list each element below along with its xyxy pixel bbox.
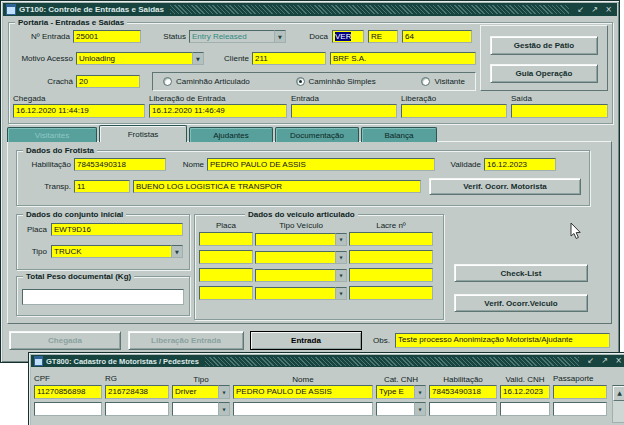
cliente-nome-field[interactable]: BRF S.A. (330, 52, 476, 65)
nome-field[interactable]: PEDRO PAULO DE ASSIS (233, 385, 373, 399)
gestao-de-patio-button[interactable]: Gestão de Pátio (490, 36, 598, 55)
scroll-up-icon[interactable]: ▲ (613, 386, 624, 401)
minimize-icon[interactable]: ↙ (575, 5, 586, 15)
gt800-window-title: GT800: Cadastro de Motoristas / Pedestre… (46, 357, 199, 366)
placa-cell[interactable] (199, 250, 253, 264)
frotistas-tab-panel: Dados do Frotista Habilitação 7845349031… (7, 141, 612, 324)
verif-ocorr-veiculo-button[interactable]: Verif. Ocorr.Veiculo (454, 294, 588, 312)
nome-field[interactable] (233, 402, 373, 416)
lacre-cell[interactable] (349, 286, 433, 300)
chegada-button[interactable]: Chegada (9, 331, 121, 350)
status-label: Status (152, 30, 186, 43)
lacre-cell[interactable] (349, 250, 433, 264)
cat-cnh-combo[interactable]: ▼ (376, 402, 426, 416)
tab-bar: Visitantes Frotistas Ajudantes Documenta… (7, 125, 437, 142)
saida-datetime-field[interactable] (511, 104, 608, 118)
passaporte-field[interactable] (553, 402, 607, 416)
motivo-acesso-combo[interactable]: Unloading ▼ (76, 52, 204, 65)
cpf-field[interactable] (34, 402, 102, 416)
cracha-field[interactable]: 20 (76, 75, 140, 88)
col-valid-cnh-header: Valid. CNH (500, 375, 550, 384)
cpf-field[interactable]: 11270856898 (34, 385, 102, 399)
transp-nome-field[interactable]: BUENO LOG LOGISTICA E TRANSPOR (133, 180, 421, 193)
doca-field-2[interactable]: RE (368, 30, 398, 43)
placa-cell[interactable] (199, 268, 253, 282)
chevron-down-icon: ▼ (218, 402, 230, 416)
chegada-label: Chegada (13, 92, 145, 105)
doca-field-3[interactable]: 64 (402, 30, 472, 43)
dados-frotista-group: Dados do Frotista Habilitação 7845349031… (16, 150, 590, 206)
col-nome-header: Nome (233, 375, 373, 384)
minimize-icon[interactable]: ↙ (585, 356, 596, 366)
radio-caminhao-articulado[interactable]: Caminhão Articulado (163, 77, 250, 86)
cliente-code-field[interactable]: 211 (252, 52, 326, 65)
tipo-veiculo-cell[interactable]: ▼ (255, 269, 347, 282)
valid-cnh-field[interactable] (500, 402, 550, 416)
obs-field[interactable]: Teste processo Anonimização Motorista/Aj… (395, 333, 610, 348)
gt800-titlebar[interactable]: GT800: Cadastro de Motoristas / Pedestre… (31, 355, 624, 367)
radio-icon (163, 77, 172, 86)
entrada-button[interactable]: Entrada (250, 331, 362, 350)
check-list-button[interactable]: Check-List (454, 264, 588, 282)
col-tipo-header: Tipo (172, 375, 230, 384)
liberacao-entrada-datetime-field[interactable]: 16.12.2020 11:46:49 (149, 104, 287, 118)
guia-operacao-button[interactable]: Guia Operação (490, 64, 598, 83)
num-entrada-field[interactable]: 25001 (73, 30, 141, 43)
tipo-veiculo-cell[interactable]: ▼ (255, 233, 347, 246)
placa-label: Placa (21, 223, 47, 236)
doca-field-1[interactable]: VER (332, 30, 364, 43)
entrada-datetime-field[interactable] (291, 104, 397, 118)
gt100-titlebar[interactable]: GT100: Controle de Entradas e Saidas ↙ ↗… (3, 3, 617, 16)
lacre-cell[interactable] (349, 232, 433, 246)
tab-visitantes[interactable]: Visitantes (7, 127, 97, 142)
rg-field[interactable]: 216728438 (105, 385, 169, 399)
cracha-label: Crachá (14, 75, 73, 88)
articulado-row: ▼ (199, 250, 437, 264)
gt800-scrollbar[interactable]: ▲ (612, 385, 624, 423)
tab-ajudantes[interactable]: Ajudantes (189, 127, 273, 142)
restore-icon[interactable]: ↗ (599, 356, 610, 366)
tipo-combo[interactable]: TRUCK ▼ (51, 245, 183, 258)
close-icon[interactable]: × (613, 356, 624, 366)
verif-ocorr-motorista-button[interactable]: Verif. Ocorr. Motorista (429, 178, 581, 195)
tab-frotistas[interactable]: Frotistas (99, 125, 187, 142)
col-lacre-header: Lacre nº (349, 221, 433, 230)
tab-balanca[interactable]: Balança (361, 127, 437, 142)
nome-field[interactable]: PEDRO PAULO DE ASSIS (207, 158, 435, 171)
tab-documentacao[interactable]: Documentação (275, 127, 359, 142)
restore-icon[interactable]: ↗ (589, 5, 600, 15)
liberacao-entrada-button[interactable]: Liberação Entrada (128, 331, 244, 350)
radio-icon (421, 77, 430, 86)
tipo-veiculo-cell[interactable]: ▼ (255, 251, 347, 264)
peso-field[interactable] (22, 289, 184, 305)
nome-label: Nome (174, 158, 204, 171)
habilitacao-field[interactable]: 78453490318 (74, 158, 166, 171)
placa-cell[interactable] (199, 286, 253, 300)
cat-cnh-combo[interactable]: Type E▼ (376, 385, 426, 399)
transp-code-field[interactable]: 11 (74, 180, 130, 193)
passaporte-field[interactable] (553, 385, 607, 399)
radio-visitante[interactable]: Visitante (421, 77, 465, 86)
rg-field[interactable] (105, 402, 169, 416)
tipo-veiculo-cell[interactable]: ▼ (255, 287, 347, 300)
close-icon[interactable]: × (603, 5, 614, 15)
liberacao-datetime-field[interactable] (401, 104, 507, 118)
chegada-datetime-field[interactable]: 16.12.2020 11:44:19 (13, 104, 145, 118)
habilitacao-field[interactable] (429, 402, 497, 416)
valid-cnh-field[interactable]: 16.12.2023 (500, 385, 550, 399)
tipo-combo[interactable]: Driver▼ (172, 385, 230, 399)
mouse-cursor (570, 222, 582, 240)
tipo-combo[interactable]: ▼ (172, 402, 230, 416)
chevron-down-icon: ▼ (335, 233, 347, 246)
placa-field[interactable]: EWT9D16 (51, 223, 183, 236)
placa-cell[interactable] (199, 232, 253, 246)
validade-field[interactable]: 16.12.2023 (484, 158, 556, 171)
gt800-empty-row: ▼ ▼ (34, 402, 607, 416)
radio-caminhao-simples[interactable]: Caminhão Simples (296, 77, 376, 86)
side-button-panel: Gestão de Pátio Guia Operação (480, 25, 608, 91)
radio-selected-icon (296, 77, 305, 86)
lacre-cell[interactable] (349, 268, 433, 282)
col-rg-header: RG (105, 374, 169, 384)
status-combo[interactable]: Entry Released ▼ (189, 30, 286, 43)
habilitacao-field[interactable]: 78453490318 (429, 385, 497, 399)
